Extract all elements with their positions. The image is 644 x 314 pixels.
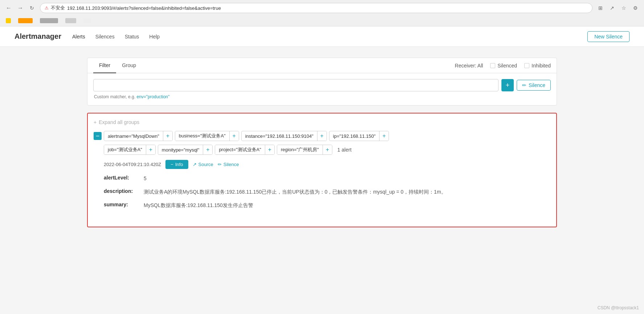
- alert-details: alertLevel: 5 description: 测试业务A的环境MySQL…: [104, 173, 550, 216]
- watermark: CSDN @ttropsstack1: [598, 305, 639, 309]
- address-bar[interactable]: ⚠ 不安全 192.168.11.203:9093/#/alerts?silen…: [40, 3, 592, 13]
- alert-item: 2022-06-04T09:21:10.420Z − Info ↗ Source…: [104, 160, 550, 216]
- tag-ip-plus[interactable]: +: [379, 131, 389, 141]
- header: Alertmanager Alerts Silences Status Help…: [0, 26, 644, 47]
- filter-tabs: Filter Group: [87, 58, 148, 73]
- bookmarks-bar: [0, 16, 644, 26]
- tag-alertname: alertname="MysqlDown" +: [104, 131, 173, 141]
- tag-business-plus[interactable]: +: [229, 131, 239, 141]
- group-collapse-button[interactable]: −: [94, 132, 102, 140]
- tab-group[interactable]: Group: [116, 58, 142, 73]
- alert-item-header: 2022-06-04T09:21:10.420Z − Info ↗ Source…: [104, 160, 550, 169]
- tag-ip: ip="192.168.11.150" +: [329, 131, 389, 141]
- alert-group-tags-row2: job="测试业务A" + monitype="mysql" + project…: [104, 145, 550, 155]
- extensions-btn[interactable]: ⚙: [630, 3, 640, 13]
- page: Alertmanager Alerts Silences Status Help…: [0, 26, 644, 309]
- nav-buttons: ← → ↻: [4, 3, 37, 13]
- bookmark-favicon-3: [40, 18, 58, 23]
- browser-actions: ⊞ ↗ ☆ ⚙: [595, 3, 640, 13]
- address-text: 192.168.11.203:9093/#/alerts?silenced=fa…: [67, 5, 221, 11]
- bookmark-favicon-2: [18, 18, 33, 23]
- tag-region-plus[interactable]: +: [323, 145, 332, 154]
- reload-button[interactable]: ↻: [27, 3, 37, 13]
- tag-monitype-label: monitype="mysql": [158, 146, 203, 154]
- filter-options: Receiver: All Silenced Inhibited: [449, 58, 557, 73]
- alert-timestamp: 2022-06-04T09:21:10.420Z: [104, 162, 161, 167]
- source-icon: ↗: [193, 162, 197, 167]
- bookmark-1[interactable]: [4, 17, 13, 24]
- forward-button[interactable]: →: [15, 3, 25, 13]
- info-minus-icon: −: [171, 162, 173, 167]
- source-button[interactable]: ↗ Source: [193, 162, 213, 167]
- info-button[interactable]: − Info: [165, 160, 188, 169]
- nav-alerts[interactable]: Alerts: [70, 32, 87, 41]
- custom-matcher-text: Custom matcher, e.g. env="production": [93, 94, 551, 99]
- plus-expand-icon: +: [94, 119, 97, 125]
- silence-icon: ✏: [522, 82, 526, 88]
- minus-icon: −: [96, 133, 100, 139]
- description-value: 测试业务A的环境MySQL数据库服务:192.168.11.150已停止，当前U…: [144, 188, 446, 196]
- filter-silence-button[interactable]: ✏ Silence: [517, 80, 551, 91]
- insecure-label: 不安全: [51, 5, 65, 11]
- detail-row-summary: summary: MySQL数据库服务:192.168.11.150发生停止告警: [104, 202, 550, 209]
- inhibited-checkbox-box: [524, 63, 529, 68]
- bookmark-4[interactable]: [63, 17, 78, 24]
- receiver-label: Receiver: All: [455, 63, 483, 69]
- tag-project-label: project="测试业务A": [215, 145, 265, 154]
- custom-matcher-example[interactable]: env="production": [136, 94, 169, 99]
- nav-help[interactable]: Help: [147, 32, 162, 41]
- summary-label: summary:: [104, 202, 144, 209]
- nav-links: Alerts Silences Status Help: [70, 32, 162, 41]
- browser-toolbar: ← → ↻ ⚠ 不安全 192.168.11.203:9093/#/alerts…: [0, 0, 644, 16]
- tag-instance-plus[interactable]: +: [317, 131, 327, 141]
- bookmark-3[interactable]: [38, 17, 60, 24]
- silenced-checkbox[interactable]: Silenced: [490, 63, 517, 69]
- description-label: description:: [104, 188, 144, 196]
- alertlevel-value: 5: [144, 175, 147, 182]
- share-btn[interactable]: ↗: [607, 3, 617, 13]
- tag-monitype: monitype="mysql" +: [158, 145, 213, 155]
- bookmark-5[interactable]: [81, 17, 93, 24]
- inhibited-label: Inhibited: [532, 63, 551, 69]
- tag-project: project="测试业务A" +: [215, 145, 275, 155]
- tag-project-plus[interactable]: +: [265, 145, 274, 154]
- silenced-checkbox-box: [490, 63, 495, 68]
- silence-action-label: Silence: [223, 162, 239, 167]
- silence-action-button[interactable]: ✏ Silence: [218, 162, 239, 167]
- bookmark-favicon-4: [65, 18, 76, 23]
- alertlevel-label: alertLevel:: [104, 175, 144, 182]
- tag-alertname-plus[interactable]: +: [163, 131, 172, 141]
- tag-region: region="广州机房" +: [277, 145, 332, 155]
- bookmark-favicon-1: [6, 18, 11, 23]
- tag-business: business="测试业务A" +: [175, 131, 239, 141]
- alerts-section: + Expand all groups − alertname="MysqlDo…: [87, 113, 557, 227]
- silenced-label: Silenced: [497, 63, 517, 69]
- insecure-icon: ⚠: [45, 5, 49, 11]
- screenshot-btn[interactable]: ⊞: [595, 3, 606, 13]
- header-left: Alertmanager Alerts Silences Status Help: [15, 32, 162, 41]
- nav-silences[interactable]: Silences: [93, 32, 117, 41]
- tab-filter[interactable]: Filter: [93, 58, 116, 73]
- tag-region-label: region="广州机房": [277, 145, 323, 154]
- brand-logo: Alertmanager: [15, 32, 61, 41]
- back-button[interactable]: ←: [4, 3, 14, 13]
- detail-row-description: description: 测试业务A的环境MySQL数据库服务:192.168.…: [104, 188, 550, 196]
- bookmark-2[interactable]: [16, 17, 35, 24]
- new-silence-button[interactable]: New Silence: [587, 31, 629, 42]
- tag-monitype-plus[interactable]: +: [203, 145, 212, 154]
- tag-instance-label: instance="192.168.11.150:9104": [242, 132, 317, 140]
- expand-all-groups[interactable]: + Expand all groups: [94, 119, 550, 125]
- inhibited-checkbox[interactable]: Inhibited: [524, 63, 551, 69]
- browser-chrome: ← → ↻ ⚠ 不安全 192.168.11.203:9093/#/alerts…: [0, 0, 644, 26]
- filter-body: + ✏ Silence Custom matcher, e.g. env="pr…: [87, 73, 557, 105]
- bookmark-btn[interactable]: ☆: [619, 3, 629, 13]
- filter-add-button[interactable]: +: [501, 79, 514, 91]
- alert-count: 1 alert: [335, 145, 354, 154]
- tag-job-plus[interactable]: +: [146, 145, 155, 154]
- bookmark-favicon-5: [83, 18, 91, 23]
- tag-instance: instance="192.168.11.150:9104" +: [241, 131, 327, 141]
- main-content: Filter Group Receiver: All Silenced Inhi…: [0, 47, 644, 238]
- filter-input[interactable]: [93, 79, 499, 91]
- tag-alertname-label: alertname="MysqlDown": [104, 132, 163, 140]
- nav-status[interactable]: Status: [123, 32, 141, 41]
